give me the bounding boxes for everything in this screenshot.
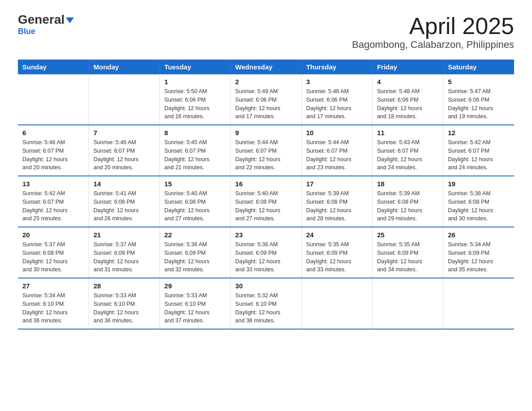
calendar-cell: 15Sunrise: 5:40 AM Sunset: 6:08 PM Dayli… <box>160 176 231 227</box>
day-number: 3 <box>306 78 368 86</box>
calendar-cell: 20Sunrise: 5:37 AM Sunset: 6:08 PM Dayli… <box>18 227 89 278</box>
day-info: Sunrise: 5:37 AM Sunset: 6:09 PM Dayligh… <box>94 240 155 274</box>
day-number: 27 <box>22 282 84 290</box>
day-number: 7 <box>94 129 155 137</box>
header-friday: Friday <box>372 60 443 74</box>
day-number: 19 <box>448 180 510 188</box>
day-number: 4 <box>377 78 438 86</box>
day-number: 21 <box>94 231 155 239</box>
day-info: Sunrise: 5:34 AM Sunset: 6:10 PM Dayligh… <box>22 291 84 325</box>
day-number: 28 <box>94 282 155 290</box>
day-number: 30 <box>235 282 296 290</box>
day-number: 29 <box>164 282 226 290</box>
day-info: Sunrise: 5:39 AM Sunset: 6:08 PM Dayligh… <box>377 189 438 223</box>
logo-blue: Blue <box>18 27 35 36</box>
day-number: 26 <box>448 231 510 239</box>
calendar-week-2: 6Sunrise: 5:46 AM Sunset: 6:07 PM Daylig… <box>18 125 514 176</box>
day-info: Sunrise: 5:40 AM Sunset: 6:08 PM Dayligh… <box>235 189 296 223</box>
calendar-cell: 19Sunrise: 5:38 AM Sunset: 6:08 PM Dayli… <box>443 176 514 227</box>
day-info: Sunrise: 5:45 AM Sunset: 6:07 PM Dayligh… <box>164 138 226 172</box>
day-info: Sunrise: 5:46 AM Sunset: 6:07 PM Dayligh… <box>22 138 84 172</box>
day-number: 10 <box>306 129 368 137</box>
day-info: Sunrise: 5:37 AM Sunset: 6:08 PM Dayligh… <box>22 240 84 274</box>
calendar-cell: 18Sunrise: 5:39 AM Sunset: 6:08 PM Dayli… <box>372 176 443 227</box>
page-header: General Blue April 2025 Bagombong, Calab… <box>18 13 514 51</box>
calendar-cell: 29Sunrise: 5:33 AM Sunset: 6:10 PM Dayli… <box>160 278 231 329</box>
day-info: Sunrise: 5:39 AM Sunset: 6:08 PM Dayligh… <box>306 189 368 223</box>
calendar-cell: 27Sunrise: 5:34 AM Sunset: 6:10 PM Dayli… <box>18 278 89 329</box>
day-number: 1 <box>164 78 226 86</box>
day-number: 2 <box>235 78 296 86</box>
day-number: 13 <box>22 180 84 188</box>
calendar-week-5: 27Sunrise: 5:34 AM Sunset: 6:10 PM Dayli… <box>18 278 514 329</box>
calendar-cell: 4Sunrise: 5:48 AM Sunset: 6:06 PM Daylig… <box>372 74 443 125</box>
calendar-cell: 30Sunrise: 5:32 AM Sunset: 6:10 PM Dayli… <box>231 278 301 329</box>
day-info: Sunrise: 5:49 AM Sunset: 6:06 PM Dayligh… <box>235 87 296 121</box>
header-saturday: Saturday <box>443 60 514 74</box>
calendar-cell: 13Sunrise: 5:42 AM Sunset: 6:07 PM Dayli… <box>18 176 89 227</box>
calendar-cell: 17Sunrise: 5:39 AM Sunset: 6:08 PM Dayli… <box>301 176 372 227</box>
day-info: Sunrise: 5:36 AM Sunset: 6:09 PM Dayligh… <box>164 240 226 274</box>
day-number: 25 <box>377 231 438 239</box>
calendar-cell: 2Sunrise: 5:49 AM Sunset: 6:06 PM Daylig… <box>231 74 301 125</box>
day-info: Sunrise: 5:46 AM Sunset: 6:07 PM Dayligh… <box>94 138 155 172</box>
calendar-week-4: 20Sunrise: 5:37 AM Sunset: 6:08 PM Dayli… <box>18 227 514 278</box>
calendar-cell <box>89 74 159 125</box>
calendar-cell: 11Sunrise: 5:43 AM Sunset: 6:07 PM Dayli… <box>372 125 443 176</box>
day-number: 11 <box>377 129 438 137</box>
day-info: Sunrise: 5:36 AM Sunset: 6:09 PM Dayligh… <box>235 240 296 274</box>
logo: General Blue <box>18 13 74 36</box>
day-number: 23 <box>235 231 296 239</box>
day-number: 18 <box>377 180 438 188</box>
day-info: Sunrise: 5:33 AM Sunset: 6:10 PM Dayligh… <box>94 291 155 325</box>
title-block: April 2025 Bagombong, Calabarzon, Philip… <box>352 13 514 51</box>
day-info: Sunrise: 5:42 AM Sunset: 6:07 PM Dayligh… <box>22 189 84 223</box>
header-sunday: Sunday <box>18 60 89 74</box>
calendar-cell: 8Sunrise: 5:45 AM Sunset: 6:07 PM Daylig… <box>160 125 231 176</box>
calendar-week-1: 1Sunrise: 5:50 AM Sunset: 6:06 PM Daylig… <box>18 74 514 125</box>
header-wednesday: Wednesday <box>231 60 301 74</box>
day-info: Sunrise: 5:44 AM Sunset: 6:07 PM Dayligh… <box>235 138 296 172</box>
day-number: 22 <box>164 231 226 239</box>
calendar-cell: 24Sunrise: 5:35 AM Sunset: 6:09 PM Dayli… <box>301 227 372 278</box>
day-info: Sunrise: 5:35 AM Sunset: 6:09 PM Dayligh… <box>377 240 438 274</box>
day-info: Sunrise: 5:42 AM Sunset: 6:07 PM Dayligh… <box>448 138 510 172</box>
calendar-cell: 28Sunrise: 5:33 AM Sunset: 6:10 PM Dayli… <box>89 278 159 329</box>
calendar-cell <box>18 74 89 125</box>
day-info: Sunrise: 5:33 AM Sunset: 6:10 PM Dayligh… <box>164 291 226 325</box>
calendar-week-3: 13Sunrise: 5:42 AM Sunset: 6:07 PM Dayli… <box>18 176 514 227</box>
calendar-cell: 10Sunrise: 5:44 AM Sunset: 6:07 PM Dayli… <box>301 125 372 176</box>
day-info: Sunrise: 5:35 AM Sunset: 6:09 PM Dayligh… <box>306 240 368 274</box>
calendar-subtitle: Bagombong, Calabarzon, Philippines <box>352 39 514 51</box>
day-number: 5 <box>448 78 510 86</box>
calendar-cell: 12Sunrise: 5:42 AM Sunset: 6:07 PM Dayli… <box>443 125 514 176</box>
calendar-cell: 16Sunrise: 5:40 AM Sunset: 6:08 PM Dayli… <box>231 176 301 227</box>
calendar-cell: 1Sunrise: 5:50 AM Sunset: 6:06 PM Daylig… <box>160 74 231 125</box>
day-number: 17 <box>306 180 368 188</box>
day-number: 24 <box>306 231 368 239</box>
day-number: 12 <box>448 129 510 137</box>
day-info: Sunrise: 5:44 AM Sunset: 6:07 PM Dayligh… <box>306 138 368 172</box>
day-info: Sunrise: 5:43 AM Sunset: 6:07 PM Dayligh… <box>377 138 438 172</box>
calendar-title: April 2025 <box>352 13 514 39</box>
calendar-header-row: SundayMondayTuesdayWednesdayThursdayFrid… <box>18 60 514 74</box>
calendar-cell: 9Sunrise: 5:44 AM Sunset: 6:07 PM Daylig… <box>231 125 301 176</box>
day-info: Sunrise: 5:41 AM Sunset: 6:08 PM Dayligh… <box>94 189 155 223</box>
day-info: Sunrise: 5:48 AM Sunset: 6:06 PM Dayligh… <box>306 87 368 121</box>
day-info: Sunrise: 5:47 AM Sunset: 6:06 PM Dayligh… <box>448 87 510 121</box>
day-info: Sunrise: 5:40 AM Sunset: 6:08 PM Dayligh… <box>164 189 226 223</box>
calendar-cell: 22Sunrise: 5:36 AM Sunset: 6:09 PM Dayli… <box>160 227 231 278</box>
day-info: Sunrise: 5:34 AM Sunset: 6:09 PM Dayligh… <box>448 240 510 274</box>
calendar-cell: 21Sunrise: 5:37 AM Sunset: 6:09 PM Dayli… <box>89 227 159 278</box>
header-tuesday: Tuesday <box>160 60 231 74</box>
calendar-cell: 6Sunrise: 5:46 AM Sunset: 6:07 PM Daylig… <box>18 125 89 176</box>
day-info: Sunrise: 5:38 AM Sunset: 6:08 PM Dayligh… <box>448 189 510 223</box>
calendar-cell: 5Sunrise: 5:47 AM Sunset: 6:06 PM Daylig… <box>443 74 514 125</box>
calendar-cell: 7Sunrise: 5:46 AM Sunset: 6:07 PM Daylig… <box>89 125 159 176</box>
day-number: 20 <box>22 231 84 239</box>
day-number: 16 <box>235 180 296 188</box>
day-info: Sunrise: 5:32 AM Sunset: 6:10 PM Dayligh… <box>235 291 296 325</box>
calendar-cell <box>301 278 372 329</box>
logo-general: General <box>18 13 74 26</box>
day-number: 9 <box>235 129 296 137</box>
